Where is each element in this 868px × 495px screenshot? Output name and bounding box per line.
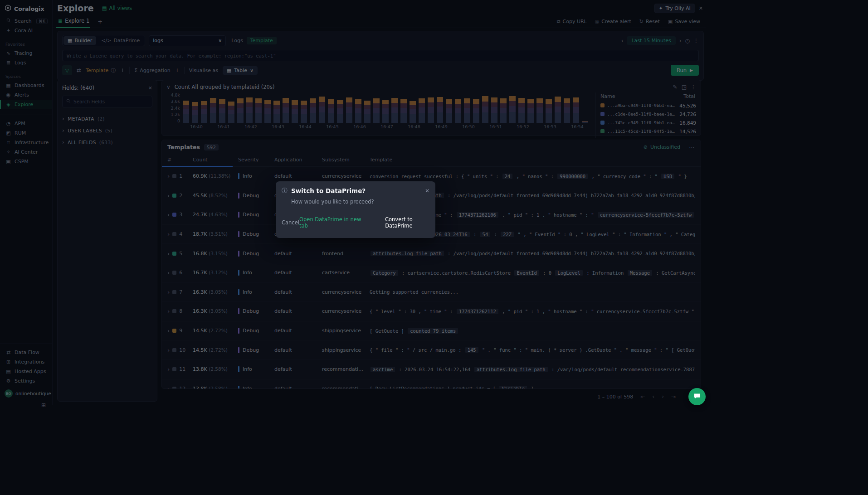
open-dataprime-link[interactable]: Open DataPrime in new tab xyxy=(299,216,364,229)
modal-overlay xyxy=(0,0,868,495)
modal-message: How would you like to proceed? xyxy=(291,199,429,205)
info-icon: ⓘ xyxy=(282,187,288,195)
close-icon[interactable]: ✕ xyxy=(425,188,429,194)
dataprime-modal: ⓘ Switch to DataPrime? ✕ How would you l… xyxy=(276,181,435,238)
cancel-button[interactable]: Cancel xyxy=(282,219,299,226)
modal-title: Switch to DataPrime? xyxy=(291,187,366,194)
chat-launcher[interactable] xyxy=(688,388,706,405)
chat-icon xyxy=(693,392,701,402)
convert-dataprime-button[interactable]: Convert to DataPrime xyxy=(368,213,429,232)
